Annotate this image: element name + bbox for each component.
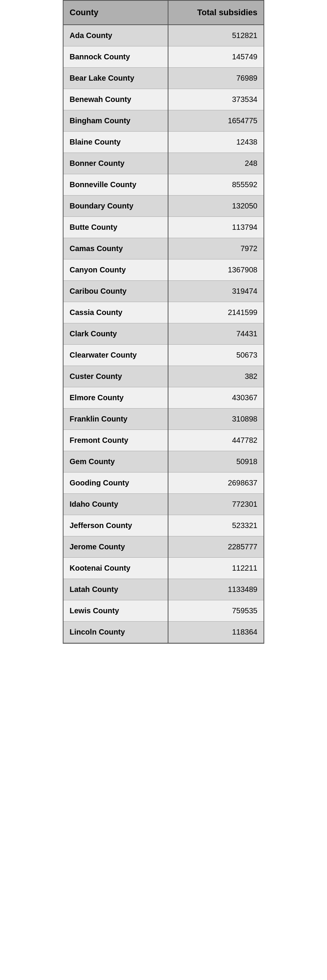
table-row: Latah County1133489 bbox=[63, 579, 264, 600]
county-cell: Kootenai County bbox=[63, 558, 168, 579]
table-row: Idaho County772301 bbox=[63, 494, 264, 515]
table-row: Elmore County430367 bbox=[63, 387, 264, 409]
subsidy-cell: 430367 bbox=[168, 387, 264, 409]
subsidy-cell: 76989 bbox=[168, 68, 264, 89]
table-row: Butte County113794 bbox=[63, 217, 264, 238]
subsidy-cell: 382 bbox=[168, 366, 264, 387]
subsidy-cell: 512821 bbox=[168, 25, 264, 46]
table-row: Canyon County1367908 bbox=[63, 259, 264, 281]
county-cell: Bannock County bbox=[63, 46, 168, 68]
subsidies-table-container: County Total subsidies Ada County512821B… bbox=[63, 0, 264, 644]
county-cell: Canyon County bbox=[63, 259, 168, 281]
table-header-row: County Total subsidies bbox=[63, 1, 264, 25]
subsidy-cell: 523321 bbox=[168, 515, 264, 536]
table-row: Ada County512821 bbox=[63, 25, 264, 46]
subsidy-cell: 145749 bbox=[168, 46, 264, 68]
subsidy-cell: 447782 bbox=[168, 430, 264, 451]
county-cell: Cassia County bbox=[63, 302, 168, 323]
subsidies-table: County Total subsidies Ada County512821B… bbox=[63, 1, 264, 643]
county-cell: Bingham County bbox=[63, 110, 168, 132]
table-row: Kootenai County112211 bbox=[63, 558, 264, 579]
subsidy-cell: 113794 bbox=[168, 217, 264, 238]
subsidy-cell: 1654775 bbox=[168, 110, 264, 132]
subsidy-cell: 373534 bbox=[168, 89, 264, 110]
table-row: Bear Lake County76989 bbox=[63, 68, 264, 89]
county-cell: Boundary County bbox=[63, 196, 168, 217]
subsidy-cell: 7972 bbox=[168, 238, 264, 259]
table-row: Caribou County319474 bbox=[63, 281, 264, 302]
subsidy-cell: 2285777 bbox=[168, 536, 264, 558]
county-cell: Benewah County bbox=[63, 89, 168, 110]
subsidy-cell: 855592 bbox=[168, 174, 264, 196]
table-row: Custer County382 bbox=[63, 366, 264, 387]
table-row: Bingham County1654775 bbox=[63, 110, 264, 132]
subsidy-cell: 50918 bbox=[168, 451, 264, 473]
county-cell: Custer County bbox=[63, 366, 168, 387]
county-cell: Blaine County bbox=[63, 132, 168, 153]
county-cell: Lewis County bbox=[63, 600, 168, 622]
county-cell: Clearwater County bbox=[63, 345, 168, 366]
subsidy-cell: 1367908 bbox=[168, 259, 264, 281]
subsidy-cell: 1133489 bbox=[168, 579, 264, 600]
subsidy-cell: 319474 bbox=[168, 281, 264, 302]
county-cell: Gem County bbox=[63, 451, 168, 473]
table-row: Clark County74431 bbox=[63, 323, 264, 345]
subsidy-cell: 772301 bbox=[168, 494, 264, 515]
table-row: Gem County50918 bbox=[63, 451, 264, 473]
table-row: Lincoln County118364 bbox=[63, 622, 264, 643]
table-row: Bannock County145749 bbox=[63, 46, 264, 68]
county-cell: Franklin County bbox=[63, 409, 168, 430]
table-row: Benewah County373534 bbox=[63, 89, 264, 110]
table-row: Jefferson County523321 bbox=[63, 515, 264, 536]
subsidy-cell: 310898 bbox=[168, 409, 264, 430]
table-row: Bonneville County855592 bbox=[63, 174, 264, 196]
table-row: Clearwater County50673 bbox=[63, 345, 264, 366]
table-row: Lewis County759535 bbox=[63, 600, 264, 622]
table-row: Cassia County2141599 bbox=[63, 302, 264, 323]
total-subsidies-header: Total subsidies bbox=[168, 1, 264, 25]
table-row: Bonner County248 bbox=[63, 153, 264, 174]
subsidy-cell: 248 bbox=[168, 153, 264, 174]
county-cell: Caribou County bbox=[63, 281, 168, 302]
county-cell: Gooding County bbox=[63, 473, 168, 494]
subsidy-cell: 12438 bbox=[168, 132, 264, 153]
subsidy-cell: 118364 bbox=[168, 622, 264, 643]
county-cell: Jerome County bbox=[63, 536, 168, 558]
subsidy-cell: 2141599 bbox=[168, 302, 264, 323]
county-cell: Bear Lake County bbox=[63, 68, 168, 89]
subsidy-cell: 50673 bbox=[168, 345, 264, 366]
table-row: Blaine County12438 bbox=[63, 132, 264, 153]
county-cell: Camas County bbox=[63, 238, 168, 259]
county-cell: Lincoln County bbox=[63, 622, 168, 643]
subsidy-cell: 74431 bbox=[168, 323, 264, 345]
county-cell: Idaho County bbox=[63, 494, 168, 515]
table-row: Camas County7972 bbox=[63, 238, 264, 259]
table-row: Fremont County447782 bbox=[63, 430, 264, 451]
county-cell: Butte County bbox=[63, 217, 168, 238]
subsidy-cell: 2698637 bbox=[168, 473, 264, 494]
county-header: County bbox=[63, 1, 168, 25]
subsidy-cell: 759535 bbox=[168, 600, 264, 622]
subsidy-cell: 112211 bbox=[168, 558, 264, 579]
county-cell: Bonner County bbox=[63, 153, 168, 174]
table-row: Gooding County2698637 bbox=[63, 473, 264, 494]
county-cell: Fremont County bbox=[63, 430, 168, 451]
county-cell: Latah County bbox=[63, 579, 168, 600]
county-cell: Elmore County bbox=[63, 387, 168, 409]
county-cell: Clark County bbox=[63, 323, 168, 345]
table-row: Boundary County132050 bbox=[63, 196, 264, 217]
table-row: Jerome County2285777 bbox=[63, 536, 264, 558]
subsidy-cell: 132050 bbox=[168, 196, 264, 217]
county-cell: Ada County bbox=[63, 25, 168, 46]
table-row: Franklin County310898 bbox=[63, 409, 264, 430]
county-cell: Jefferson County bbox=[63, 515, 168, 536]
county-cell: Bonneville County bbox=[63, 174, 168, 196]
